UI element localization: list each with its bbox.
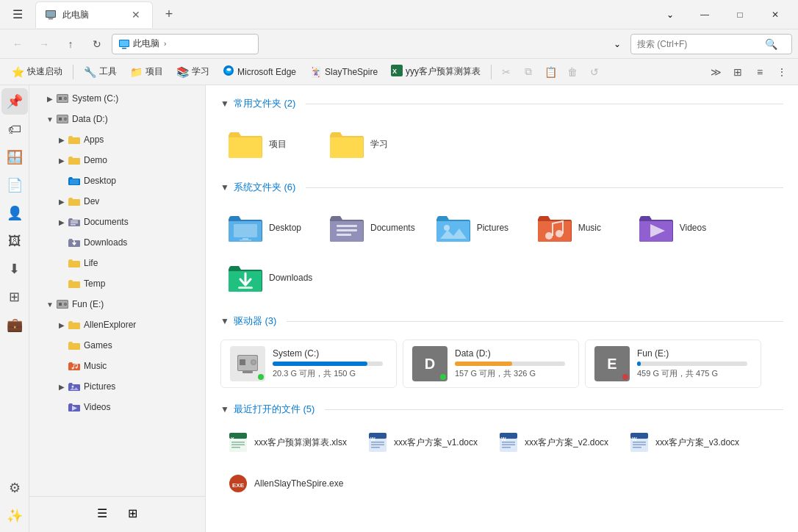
tree-item-temp[interactable]: ▶ Temp (29, 273, 205, 294)
file-item-xlsx[interactable]: X xxx客户预算测算表.xlsx (220, 428, 354, 457)
folder-item-proj[interactable]: 项目 (220, 122, 316, 166)
more-actions-button[interactable]: ≫ (705, 62, 726, 82)
menu-button[interactable]: ☰ (6, 3, 29, 26)
sparkle-icon-button[interactable]: ✨ (1, 503, 28, 529)
search-icon[interactable]: 🔍 (765, 38, 777, 50)
recent-files-header[interactable]: ▼ 最近打开的文件 (5) (220, 400, 783, 419)
paste-button[interactable]: 📋 (540, 62, 561, 82)
svg-rect-45 (238, 287, 253, 289)
person-icon-button[interactable]: 👤 (1, 200, 28, 226)
download-icon-button[interactable]: ⬇ (1, 256, 28, 282)
up-button[interactable]: ↑ (59, 32, 82, 56)
drive-item-d[interactable]: D Data (D:) 157 G 可用，共 326 G (403, 339, 579, 388)
drive-item-c[interactable]: System (C:) 20.3 G 可用，共 150 G (220, 339, 397, 388)
system-folders-header[interactable]: ▼ 系统文件夹 (6) (220, 178, 783, 197)
tree-item-allenexplorer[interactable]: ▶ AllenExplorer (29, 314, 205, 335)
file-item-docx-v2[interactable]: W xxx客户方案_v2.docx (491, 428, 616, 457)
refresh-button[interactable]: ↻ (85, 32, 109, 56)
details-toggle-button[interactable]: ≡ (750, 62, 770, 82)
folder-item-videos[interactable]: Videos (631, 206, 727, 250)
file-item-exe[interactable]: EXE AllenSlayTheSpire.exe (220, 469, 351, 498)
system-folders-grid: Desktop Documents (220, 206, 783, 300)
svg-rect-51 (242, 371, 253, 373)
tree-item-apps[interactable]: ▶ Apps (29, 129, 205, 150)
search-input[interactable] (637, 39, 762, 49)
edge-button[interactable]: Microsoft Edge (217, 62, 302, 82)
folder-item-downloads[interactable]: Downloads (220, 256, 320, 300)
gear-icon-button[interactable]: ⚙ (1, 475, 28, 501)
minimize-button[interactable]: — (688, 3, 722, 26)
tree-item-downloads[interactable]: ▶ Downloads (29, 232, 205, 253)
svg-rect-19 (59, 118, 62, 121)
image-icon-button[interactable]: 🖼 (1, 228, 28, 254)
tree-item-games[interactable]: ▶ Games (29, 335, 205, 356)
folder-item-documents[interactable]: Documents (322, 206, 423, 250)
view-toggle-button[interactable]: ⊞ (727, 62, 748, 82)
delete-button[interactable]: 🗑 (562, 62, 583, 82)
svg-rect-68 (502, 442, 515, 443)
forward-button[interactable]: → (32, 32, 56, 56)
drives-title: 驱动器 (3) (234, 314, 277, 328)
doc-icon-button[interactable]: 📄 (1, 172, 28, 198)
slay-button[interactable]: 🃏 SlayTheSpire (303, 62, 384, 82)
tabs-chevron-button[interactable]: ⌄ (658, 3, 682, 26)
new-tab-button[interactable]: + (159, 4, 179, 25)
sidebar-list-view-button[interactable]: ☰ (91, 503, 113, 523)
more-button[interactable]: ⋮ (772, 62, 792, 82)
tag-icon-button[interactable]: 🏷 (1, 116, 28, 143)
study-button[interactable]: 📚 学习 (170, 62, 215, 82)
tools-button[interactable]: 🔧 工具 (78, 62, 123, 82)
sidebar-grid-view-button[interactable]: ⊞ (122, 503, 143, 523)
cut-button[interactable]: ✂ (496, 62, 517, 82)
project-button[interactable]: 📁 项目 (124, 62, 169, 82)
common-folders-grid: 项目 学习 (220, 122, 783, 166)
svg-text:W: W (632, 436, 637, 442)
undo-button[interactable]: ↺ (584, 62, 605, 82)
folder-item-pictures[interactable]: Pictures (428, 206, 524, 250)
back-button[interactable]: ← (6, 32, 29, 56)
file-item-docx-v1[interactable]: W xxx客户方案_v1.docx (360, 428, 485, 457)
folder-item-desktop[interactable]: Desktop (220, 206, 316, 250)
svg-rect-25 (71, 224, 76, 226)
tree-item-desktop[interactable]: ▶ Desktop (29, 170, 205, 191)
copy-button[interactable]: ⧉ (518, 62, 539, 82)
pictures-e-folder-icon (68, 380, 81, 393)
tree-item-pictures-e[interactable]: ▶ Pictures (29, 376, 205, 397)
quick-access-button[interactable]: ⭐ 快速启动 (6, 62, 68, 82)
fun-e-icon (56, 298, 69, 311)
nav-dropdown-button[interactable]: ⌄ (607, 34, 628, 54)
pin-icon-button[interactable]: 📌 (1, 88, 28, 115)
common-folders-header[interactable]: ▼ 常用文件夹 (2) (220, 94, 783, 113)
system-folders-divider (306, 187, 783, 188)
drive-item-e[interactable]: E Fun (E:) 459 G 可用，共 475 G (585, 339, 761, 388)
tree-item-fun-e[interactable]: ▼ Fun (E:) (29, 294, 205, 314)
games-folder-icon (68, 339, 81, 352)
tree-item-data-d[interactable]: ▼ Data (D:) (29, 109, 205, 129)
windows-icon-button[interactable]: 🪟 (1, 144, 28, 170)
allenexplorer-label: AllenExplorer (84, 320, 136, 330)
drives-header[interactable]: ▼ 驱动器 (3) (220, 312, 783, 331)
tree-item-demo[interactable]: ▶ Demo (29, 150, 205, 170)
close-button[interactable]: ✕ (758, 3, 792, 26)
excel-button[interactable]: X yyy客户预算测算表 (385, 62, 486, 82)
folder-item-music[interactable]: Music (530, 206, 625, 250)
folder-item-study[interactable]: 学习 (322, 122, 417, 166)
tab-close-button[interactable]: ✕ (129, 7, 143, 22)
tree-item-documents[interactable]: ▶ Documents (29, 212, 205, 232)
toolbar-divider-1 (73, 65, 73, 79)
breadcrumb-bar[interactable]: 此电脑 › (112, 34, 259, 54)
apps-grid-icon-button[interactable]: ⊞ (1, 284, 28, 310)
file-item-docx-v3[interactable]: W xxx客户方案_v3.docx (622, 428, 747, 457)
maximize-button[interactable]: □ (723, 3, 757, 26)
tree-item-music-e[interactable]: ▶ Music (29, 356, 205, 376)
edge-icon (223, 65, 234, 79)
tree-item-dev[interactable]: ▶ Dev (29, 191, 205, 212)
tree-item-life[interactable]: ▶ Life (29, 253, 205, 273)
toolbar-right: ≫ ⊞ ≡ ⋮ (705, 62, 792, 82)
tree-item-videos-e[interactable]: ▶ Videos (29, 397, 205, 417)
briefcase-icon-button[interactable]: 💼 (1, 312, 28, 338)
search-box[interactable]: 🔍 (630, 34, 792, 54)
tree-item-system-c[interactable]: ▶ System (C:) (29, 88, 205, 109)
title-tab[interactable]: 此电脑 ✕ (35, 1, 153, 28)
svg-rect-39 (337, 229, 357, 231)
